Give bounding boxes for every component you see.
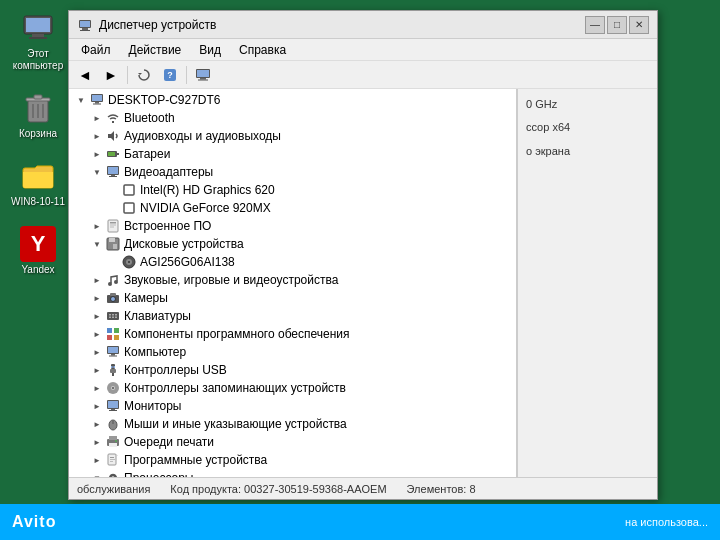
tree-panel[interactable]: ▼DESKTOP-C927DT6►Bluetooth►Аудиовходы и … — [69, 89, 517, 477]
tree-item-icon — [89, 92, 105, 108]
tree-item[interactable]: ▼Процессоры — [69, 469, 516, 477]
tree-item-icon — [105, 110, 121, 126]
tree-item[interactable]: ▼Видеоадаптеры — [69, 163, 516, 181]
desktop-icon-yandex[interactable]: Y Yandex — [8, 226, 68, 276]
tree-item-label: NVIDIA GeForce 920MX — [140, 201, 271, 215]
minimize-button[interactable]: — — [585, 16, 605, 34]
tree-expander[interactable]: ► — [89, 222, 105, 231]
tree-item[interactable]: ►Камеры — [69, 289, 516, 307]
svg-rect-48 — [110, 293, 116, 296]
svg-rect-29 — [108, 167, 118, 174]
tree-expander[interactable]: ► — [89, 330, 105, 339]
tree-expander[interactable]: ► — [89, 384, 105, 393]
tree-item-label: Звуковые, игровые и видеоустройства — [124, 273, 338, 287]
device-manager-window: Диспетчер устройств — □ ✕ Файл Действие … — [68, 10, 658, 500]
tree-item[interactable]: ►Контроллеры USB — [69, 361, 516, 379]
tree-expander[interactable]: ► — [89, 276, 105, 285]
svg-rect-39 — [109, 238, 115, 242]
tree-item[interactable]: AGI256G06AI138 — [69, 253, 516, 271]
tree-item[interactable]: NVIDIA GeForce 920MX — [69, 199, 516, 217]
svg-point-44 — [108, 282, 112, 286]
tree-expander[interactable]: ► — [89, 348, 105, 357]
svg-rect-53 — [109, 317, 111, 319]
tree-item-label: Программные устройства — [124, 453, 267, 467]
tree-item[interactable]: ►Встроенное ПО — [69, 217, 516, 235]
svg-rect-31 — [109, 176, 117, 177]
tree-expander[interactable]: ► — [89, 438, 105, 447]
tree-item[interactable]: ►Компьютер — [69, 343, 516, 361]
svg-rect-73 — [111, 409, 115, 410]
tree-item[interactable]: ►Компоненты программного обеспечения — [69, 325, 516, 343]
tree-item[interactable]: ►Звуковые, игровые и видеоустройства — [69, 271, 516, 289]
info-row-3: о экрана — [526, 144, 649, 159]
avito-bar: Avito на использова... — [0, 504, 720, 540]
close-button[interactable]: ✕ — [629, 16, 649, 34]
svg-rect-3 — [29, 37, 47, 39]
menu-action[interactable]: Действие — [121, 41, 190, 59]
info-panel: 0 GHz ссор x64 о экрана — [517, 89, 657, 477]
tree-expander[interactable]: ► — [89, 312, 105, 321]
tree-item[interactable]: ▼DESKTOP-C927DT6 — [69, 91, 516, 109]
tree-item-icon — [105, 470, 121, 477]
tree-item[interactable]: ▼Дисковые устройства — [69, 235, 516, 253]
info-row-0: 0 GHz — [526, 97, 649, 112]
tree-expander[interactable]: ► — [89, 402, 105, 411]
menu-view[interactable]: Вид — [191, 41, 229, 59]
tree-expander[interactable]: ► — [89, 366, 105, 375]
back-button[interactable]: ◄ — [73, 64, 97, 86]
tree-expander[interactable]: ► — [89, 420, 105, 429]
window-title: Диспетчер устройств — [99, 18, 585, 32]
avito-info: на использова... — [625, 516, 708, 528]
tree-expander[interactable]: ▼ — [89, 168, 105, 177]
svg-rect-50 — [109, 314, 111, 316]
forward-button[interactable]: ► — [99, 64, 123, 86]
tree-item[interactable]: ►Клавиатуры — [69, 307, 516, 325]
tree-item-label: Контроллеры запоминающих устройств — [124, 381, 346, 395]
computer-label: Этот компьютер — [8, 48, 68, 72]
avito-logo: Avito — [12, 513, 56, 531]
toolbar-separator-2 — [186, 66, 187, 84]
svg-point-47 — [111, 297, 116, 302]
content-area: ▼DESKTOP-C927DT6►Bluetooth►Аудиовходы и … — [69, 89, 657, 477]
window-icon — [77, 17, 93, 33]
tree-item-icon — [105, 416, 121, 432]
menu-help[interactable]: Справка — [231, 41, 294, 59]
tree-item-icon — [105, 344, 121, 360]
desktop-icon-folder[interactable]: WIN8-10-11 — [8, 158, 68, 208]
tree-expander[interactable]: ► — [89, 132, 105, 141]
tree-expander[interactable]: ► — [89, 294, 105, 303]
tree-item-label: Очереди печати — [124, 435, 214, 449]
svg-rect-78 — [109, 436, 117, 440]
tree-item[interactable]: Intel(R) HD Graphics 620 — [69, 181, 516, 199]
svg-point-45 — [114, 280, 118, 284]
tree-expander[interactable]: ▼ — [73, 96, 89, 105]
tree-item[interactable]: ►Мыши и иные указывающие устройства — [69, 415, 516, 433]
svg-text:?: ? — [167, 70, 173, 80]
tree-expander[interactable]: ▼ — [89, 240, 105, 249]
tree-expander[interactable]: ► — [89, 456, 105, 465]
tree-item[interactable]: ►Программные устройства — [69, 451, 516, 469]
svg-rect-66 — [111, 366, 113, 368]
computer-button[interactable] — [191, 64, 215, 86]
tree-item[interactable]: ►Аудиовходы и аудиовыходы — [69, 127, 516, 145]
svg-rect-74 — [109, 410, 117, 411]
svg-rect-36 — [110, 225, 116, 226]
svg-rect-67 — [114, 366, 116, 368]
tree-item[interactable]: ►Bluetooth — [69, 109, 516, 127]
desktop-icon-trash[interactable]: Корзина — [8, 90, 68, 140]
tree-item-icon — [105, 218, 121, 234]
svg-rect-72 — [108, 401, 118, 408]
tree-item[interactable]: ►Очереди печати — [69, 433, 516, 451]
menu-file[interactable]: Файл — [73, 41, 119, 59]
tree-expander[interactable]: ► — [89, 150, 105, 159]
maximize-button[interactable]: □ — [607, 16, 627, 34]
tree-item[interactable]: ►Контроллеры запоминающих устройств — [69, 379, 516, 397]
desktop-icon-computer[interactable]: Этот компьютер — [8, 10, 68, 72]
tree-expander[interactable]: ► — [89, 114, 105, 123]
tree-item[interactable]: ►Мониторы — [69, 397, 516, 415]
tree-item[interactable]: ►Батареи — [69, 145, 516, 163]
svg-rect-83 — [110, 459, 115, 460]
refresh-button[interactable] — [132, 64, 156, 86]
help-button[interactable]: ? — [158, 64, 182, 86]
svg-point-80 — [115, 440, 117, 442]
